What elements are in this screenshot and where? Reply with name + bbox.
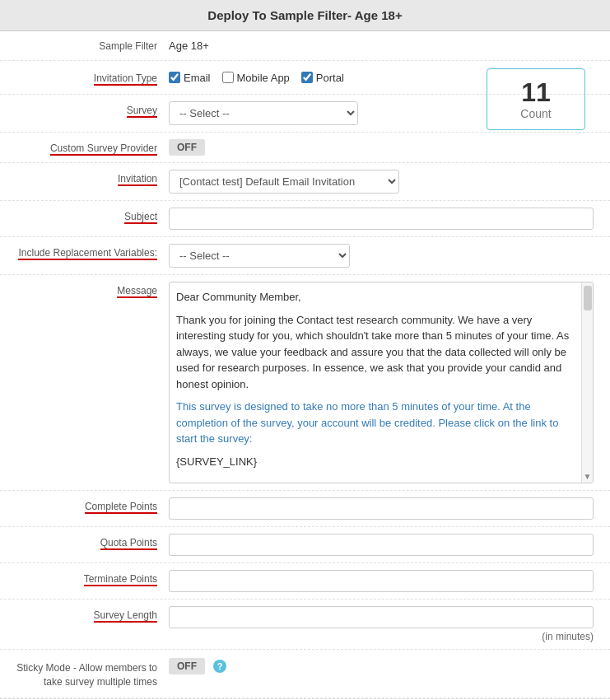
message-label: Message — [16, 282, 169, 298]
custom-survey-provider-toggle[interactable]: OFF — [169, 139, 205, 156]
invitation-row: Invitation [Contact test] Default Email … — [0, 163, 610, 201]
terminate-points-row: Terminate Points 0 — [0, 563, 610, 600]
sticky-mode-input-col: OFF ? — [169, 658, 594, 674]
quota-points-input[interactable]: 0 — [169, 534, 594, 556]
portal-label: Portal — [316, 72, 344, 84]
custom-survey-provider-row: Custom Survey Provider OFF — [0, 133, 610, 163]
subject-input-col: Contact test - Earn Points — [169, 208, 594, 230]
replacement-variables-row: Include Replacement Variables: -- Select… — [0, 237, 610, 275]
replacement-variables-select[interactable]: -- Select -- — [169, 244, 350, 268]
quota-points-input-col: 0 — [169, 534, 594, 556]
replacement-variables-input-col: -- Select -- — [169, 244, 594, 268]
message-inner: Dear Community Member, Thank you for joi… — [176, 289, 586, 469]
subject-input[interactable]: Contact test - Earn Points — [169, 208, 594, 230]
message-paragraph2: Thank you for joining the Contact test r… — [176, 312, 573, 393]
invitation-select[interactable]: [Contact test] Default Email Invitation — [169, 170, 399, 194]
count-box: 11 Count — [487, 68, 585, 130]
mobile-checkbox[interactable] — [222, 72, 234, 83]
sample-filter-row: Sample Filter Age 18+ 11 Count — [0, 31, 610, 61]
replacement-variables-label: Include Replacement Variables: — [16, 244, 169, 260]
help-icon[interactable]: ? — [213, 660, 226, 673]
message-row: Message Dear Community Member, Thank you… — [0, 275, 610, 491]
complete-points-input[interactable]: 0 — [169, 497, 594, 520]
survey-length-input-col: 8 (in minutes) — [169, 606, 594, 642]
subject-row: Subject Contact test - Earn Points — [0, 201, 610, 237]
invitation-input-col: [Contact test] Default Email Invitation — [169, 170, 594, 194]
form-content: Sample Filter Age 18+ 11 Count Invitatio… — [0, 31, 610, 700]
complete-points-input-col: 0 — [169, 497, 594, 520]
terminate-points-input-col: 0 — [169, 570, 594, 592]
complete-points-row: Complete Points 0 — [0, 491, 610, 527]
email-label: Email — [184, 72, 211, 84]
survey-length-input[interactable]: 8 — [169, 606, 594, 628]
quota-points-row: Quota Points 0 — [0, 527, 610, 563]
survey-length-row: Survey Length 8 (in minutes) — [0, 600, 610, 650]
sample-filter-value: Age 18+ — [169, 40, 209, 52]
custom-survey-provider-input-col: OFF — [169, 139, 594, 156]
count-label: Count — [520, 107, 551, 120]
survey-label: Survey — [16, 101, 169, 118]
scrollbar-thumb — [584, 286, 592, 310]
terminate-points-label: Terminate Points — [16, 570, 169, 586]
message-content[interactable]: Dear Community Member, Thank you for joi… — [169, 282, 594, 483]
quota-points-label: Quota Points — [16, 534, 169, 550]
sticky-mode-label: Sticky Mode - Allow members to take surv… — [16, 658, 169, 689]
mobile-checkbox-label[interactable]: Mobile App — [222, 72, 290, 84]
invitation-type-checkboxes: Email Mobile App Portal — [169, 72, 344, 84]
message-survey-link: {SURVEY_LINK} — [176, 454, 573, 470]
scroll-down-arrow: ▼ — [584, 472, 592, 481]
subject-label: Subject — [16, 208, 169, 224]
email-checkbox[interactable] — [169, 72, 180, 83]
custom-survey-provider-label: Custom Survey Provider — [16, 139, 169, 156]
mobile-label: Mobile App — [237, 72, 290, 84]
invitation-type-label: Invitation Type — [16, 69, 169, 86]
page-title: Deploy To Sample Filter- Age 18+ — [207, 8, 402, 22]
scrollbar[interactable]: ▼ — [581, 282, 593, 483]
count-number: 11 — [521, 78, 551, 107]
message-paragraph3: This survey is designed to take no more … — [176, 399, 573, 447]
survey-length-label: Survey Length — [16, 606, 169, 623]
sticky-mode-toggle[interactable]: OFF — [169, 658, 205, 674]
complete-points-label: Complete Points — [16, 497, 169, 514]
portal-checkbox[interactable] — [301, 72, 313, 83]
portal-checkbox-label[interactable]: Portal — [301, 72, 344, 84]
email-checkbox-label[interactable]: Email — [169, 72, 211, 84]
sample-filter-label: Sample Filter — [16, 40, 169, 52]
sticky-mode-row: Sticky Mode - Allow members to take surv… — [0, 650, 610, 698]
message-input-col: Dear Community Member, Thank you for joi… — [169, 282, 594, 483]
in-minutes-label: (in minutes) — [169, 631, 594, 642]
survey-select[interactable]: -- Select -- — [169, 101, 358, 125]
message-paragraph1: Dear Community Member, — [176, 289, 573, 306]
page-wrapper: Deploy To Sample Filter- Age 18+ Sample … — [0, 0, 610, 700]
invitation-label: Invitation — [16, 170, 169, 186]
terminate-points-input[interactable]: 0 — [169, 570, 594, 592]
page-header: Deploy To Sample Filter- Age 18+ — [0, 0, 610, 31]
